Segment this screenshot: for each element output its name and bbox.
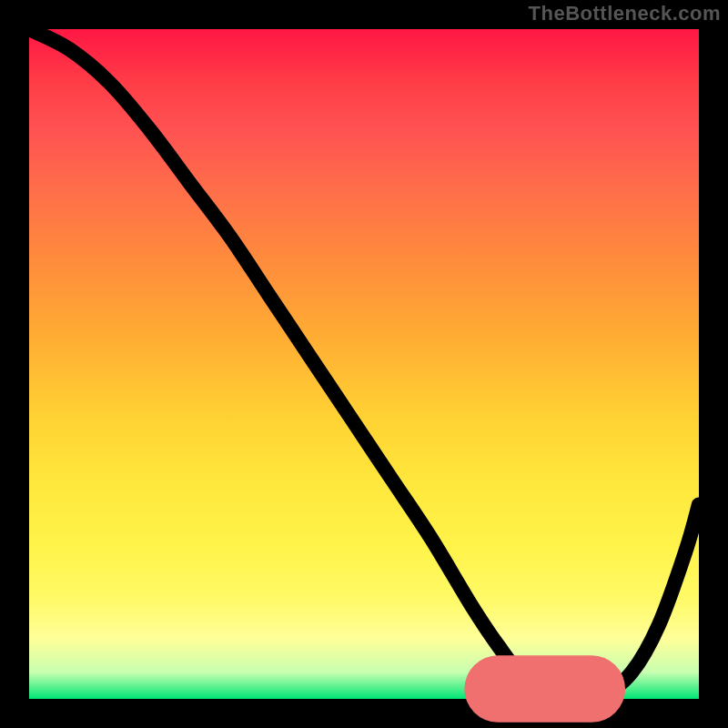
watermark-text: TheBottleneck.com [529,2,721,25]
bottleneck-curve [29,29,699,693]
chart-stage: TheBottleneck.com [0,0,728,728]
plot-area [29,29,699,699]
curve-svg [29,29,699,699]
